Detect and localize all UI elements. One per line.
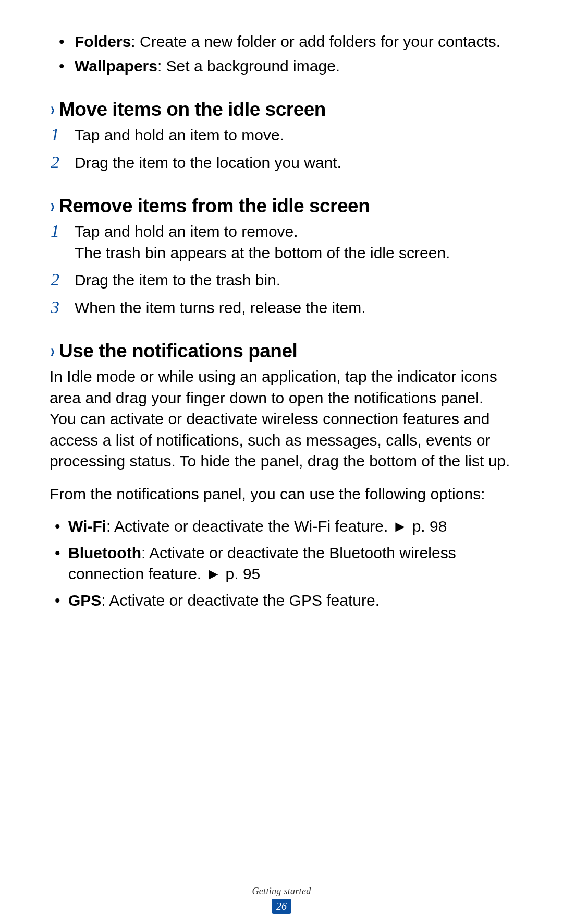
step-text: Drag the item to the location you want.: [75, 154, 341, 171]
list-item: Bluetooth: Activate or deactivate the Bl…: [68, 543, 513, 585]
list-item: When the item turns red, release the ite…: [75, 297, 513, 319]
term-text: GPS: [68, 592, 101, 609]
desc-text: : Activate or deactivate the Wi-Fi featu…: [106, 518, 447, 535]
section-heading-notifications: › Use the notifications panel: [50, 340, 513, 362]
step-text: Tap and hold an item to remove.: [75, 221, 513, 243]
chevron-icon: ›: [51, 99, 55, 121]
heading-text: Remove items from the idle screen: [59, 195, 370, 217]
move-steps-list: Tap and hold an item to move. Drag the i…: [50, 125, 513, 173]
step-text: When the item turns red, release the ite…: [75, 299, 366, 316]
options-list: Wi-Fi: Activate or deactivate the Wi-Fi …: [50, 516, 513, 611]
step-text: Tap and hold an item to move.: [75, 126, 284, 143]
desc-text: : Create a new folder or add folders for…: [131, 33, 500, 50]
chevron-icon: ›: [51, 340, 55, 362]
term-text: Wallpapers: [75, 57, 157, 75]
section-heading-move: › Move items on the idle screen: [50, 99, 513, 121]
notifications-paragraph-1: In Idle mode or while using an applicati…: [50, 366, 513, 472]
intro-bullet-list: Folders: Create a new folder or add fold…: [50, 31, 513, 77]
list-item: Wallpapers: Set a background image.: [75, 56, 513, 77]
page-content: Folders: Create a new folder or add fold…: [0, 0, 563, 611]
list-item: Tap and hold an item to remove. The tras…: [75, 221, 513, 263]
page-footer: Getting started 26: [0, 886, 563, 914]
list-item: Drag the item to the trash bin.: [75, 270, 513, 291]
list-item: GPS: Activate or deactivate the GPS feat…: [68, 590, 513, 611]
remove-steps-list: Tap and hold an item to remove. The tras…: [50, 221, 513, 318]
term-text: Folders: [75, 33, 131, 50]
list-item: Tap and hold an item to move.: [75, 125, 513, 146]
step-text: Drag the item to the trash bin.: [75, 271, 280, 289]
step-subtext: The trash bin appears at the bottom of t…: [75, 243, 513, 264]
page-number-badge: 26: [272, 899, 291, 914]
desc-text: : Activate or deactivate the GPS feature…: [101, 592, 380, 609]
chevron-icon: ›: [51, 195, 55, 217]
desc-text: : Set a background image.: [157, 57, 340, 75]
list-item: Drag the item to the location you want.: [75, 152, 513, 174]
notifications-paragraph-2: From the notifications panel, you can us…: [50, 484, 513, 505]
heading-text: Use the notifications panel: [59, 340, 297, 362]
term-text: Bluetooth: [68, 544, 141, 561]
heading-text: Move items on the idle screen: [59, 99, 326, 121]
section-heading-remove: › Remove items from the idle screen: [50, 195, 513, 217]
list-item: Folders: Create a new folder or add fold…: [75, 31, 513, 53]
term-text: Wi-Fi: [68, 518, 106, 535]
list-item: Wi-Fi: Activate or deactivate the Wi-Fi …: [68, 516, 513, 537]
footer-section-label: Getting started: [0, 886, 563, 897]
